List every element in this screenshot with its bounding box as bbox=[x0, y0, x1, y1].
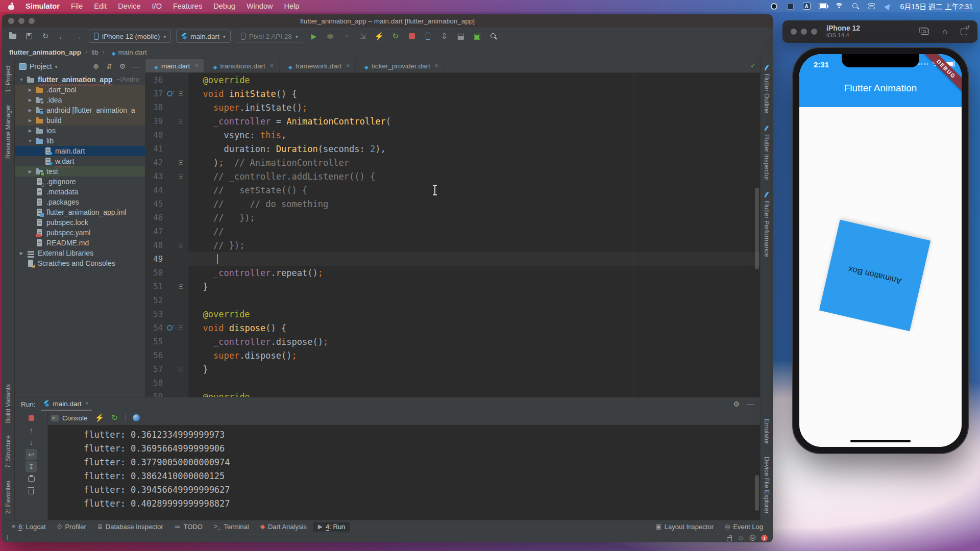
hide-panel-icon[interactable]: — bbox=[131, 62, 141, 70]
bottom-tab-terminal[interactable]: >_Terminal bbox=[209, 522, 254, 532]
control-center-icon[interactable] bbox=[868, 3, 876, 10]
hot-restart-icon[interactable]: ↻ bbox=[111, 413, 118, 422]
tool-stripe-flutter-outline[interactable]: Flutter Outline bbox=[763, 65, 770, 114]
menu-item-i-o[interactable]: I/O bbox=[146, 2, 167, 10]
close-window-button[interactable] bbox=[791, 29, 797, 35]
code-line-41[interactable]: 41 duration: Duration(seconds: 2), bbox=[145, 142, 760, 156]
code-line-55[interactable]: 55 _controller.dispose(); bbox=[145, 335, 760, 348]
menu-item-debug[interactable]: Debug bbox=[208, 2, 241, 10]
code-line-59[interactable]: 59 @override bbox=[145, 390, 760, 397]
tree-item--packages[interactable]: .packages bbox=[15, 197, 145, 207]
run-config-selector[interactable]: main.dart▾ bbox=[176, 30, 230, 43]
apple-menu-icon[interactable] bbox=[8, 3, 15, 10]
tool-stripe-1-project[interactable]: 1: Project bbox=[5, 65, 12, 92]
tool-stripe-build-variants[interactable]: Build Variants bbox=[5, 384, 12, 423]
tree-item-external-libraries[interactable]: ▶External Libraries bbox=[15, 248, 145, 258]
override-icon[interactable] bbox=[167, 325, 173, 331]
close-tab-icon[interactable]: × bbox=[194, 62, 198, 69]
tree-item--idea[interactable]: ▶.idea bbox=[15, 95, 145, 105]
tree-item-build[interactable]: ▶build bbox=[15, 115, 145, 126]
code-line-50[interactable]: 50 _controller.repeat(); bbox=[145, 266, 760, 280]
project-structure-icon[interactable]: ▤ bbox=[455, 31, 467, 42]
device-manager-icon[interactable] bbox=[423, 31, 434, 42]
debug-button[interactable] bbox=[325, 31, 336, 42]
hot-reload-button[interactable]: ⚡ bbox=[374, 31, 385, 42]
avd-selector[interactable]: Pixel 2 API 28▾ bbox=[236, 30, 303, 43]
bottom-tab-database-inspector[interactable]: ≣Database Inspector bbox=[93, 522, 168, 532]
bottom-tab-4-run[interactable]: ▶4: Run bbox=[313, 522, 350, 532]
tool-stripe-2-favorites[interactable]: 2: Favorites bbox=[5, 481, 12, 514]
clear-console-icon[interactable] bbox=[26, 486, 37, 497]
code-line-38[interactable]: 38 super.initState(); bbox=[145, 101, 760, 114]
tree-item-flutter-animation-app[interactable]: ▼flutter_animation_app~/Andro bbox=[15, 74, 145, 85]
menu-item-help[interactable]: Help bbox=[278, 2, 305, 10]
code-line-44[interactable]: 44 // setState(() { bbox=[145, 183, 760, 197]
tree-item-pubspec-lock[interactable]: pubspec.lock bbox=[15, 217, 145, 228]
menu-item-features[interactable]: Features bbox=[167, 2, 208, 10]
happy-face-icon[interactable]: ☺ bbox=[737, 535, 744, 541]
simulator-titlebar[interactable]: iPhone 12 iOS 14.4 ⌂ bbox=[782, 20, 977, 43]
minimize-window-button[interactable] bbox=[801, 29, 807, 35]
tool-stripe-emulator[interactable]: Emulator bbox=[763, 419, 770, 444]
panel-settings-icon[interactable]: ⚙ bbox=[117, 62, 128, 70]
close-window-button[interactable] bbox=[8, 18, 14, 24]
editor-tab-main-dart[interactable]: main.dart× bbox=[145, 59, 204, 72]
tree-item--gitignore[interactable]: .gitignore bbox=[15, 177, 145, 187]
close-tab-icon[interactable]: × bbox=[435, 62, 438, 69]
run-settings-icon[interactable]: ⚙ bbox=[733, 400, 740, 408]
code-line-54[interactable]: 54 void dispose() { bbox=[145, 321, 760, 335]
home-indicator[interactable] bbox=[850, 440, 911, 442]
scroll-to-end-icon[interactable]: ↧ bbox=[26, 461, 37, 472]
animated-box[interactable]: Animation Box bbox=[819, 220, 930, 331]
rotate-icon[interactable] bbox=[961, 29, 967, 35]
tool-stripe-device-file-explorer[interactable]: Device File Explorer bbox=[763, 457, 770, 514]
run-console[interactable]: flutter: 0.3612334999999973flutter: 0.36… bbox=[48, 425, 760, 520]
editor-tab-transitions-dart[interactable]: transitions.dart× bbox=[204, 59, 280, 72]
save-icon[interactable] bbox=[23, 31, 35, 42]
hot-restart-button[interactable]: ↻ bbox=[390, 31, 401, 42]
hot-reload-icon[interactable]: ⚡ bbox=[95, 413, 105, 422]
sad-face-icon[interactable]: ☹ bbox=[749, 535, 756, 541]
down-stack-icon[interactable]: ↓ bbox=[26, 437, 37, 448]
editor-tab-ticker_provider-dart[interactable]: ticker_provider.dart× bbox=[356, 59, 445, 72]
chevron-down-icon[interactable]: ▾ bbox=[55, 64, 58, 69]
stop-button[interactable] bbox=[406, 31, 418, 42]
code-line-43[interactable]: 43 // _controller.addListener(() { bbox=[145, 169, 760, 183]
breadcrumb-lib[interactable]: lib bbox=[91, 48, 99, 56]
run-tab[interactable]: main.dart × bbox=[41, 397, 92, 411]
menubar-clock[interactable]: 6月15日 週二 上午2:31 bbox=[900, 1, 973, 11]
resize-grip[interactable] bbox=[7, 535, 12, 540]
sync-icon[interactable]: ↻ bbox=[40, 31, 51, 42]
tree-item--dart-tool[interactable]: ▶.dart_tool bbox=[15, 85, 145, 95]
code-line-47[interactable]: 47 // bbox=[145, 224, 760, 238]
inspection-ok-icon[interactable]: ✓ bbox=[750, 62, 756, 69]
tool-stripe-flutter-performance[interactable]: Flutter Performance bbox=[763, 192, 770, 257]
menu-item-edit[interactable]: Edit bbox=[88, 2, 112, 10]
battery-icon[interactable] bbox=[819, 3, 827, 10]
breadcrumb-file[interactable]: main.dart bbox=[109, 48, 147, 56]
breadcrumb-root[interactable]: flutter_animation_app bbox=[9, 48, 81, 56]
tree-item-w-dart[interactable]: w.dart bbox=[15, 156, 145, 166]
tool-stripe-resource-manager[interactable]: Resource Manager bbox=[5, 105, 12, 159]
open-icon[interactable] bbox=[7, 31, 18, 42]
code-line-45[interactable]: 45 // // do something bbox=[145, 197, 760, 211]
profile-button[interactable]: ◔ bbox=[341, 31, 352, 42]
menu-item-device[interactable]: Device bbox=[112, 2, 146, 10]
tree-item-ios[interactable]: ▶ios bbox=[15, 126, 145, 136]
hide-run-panel-icon[interactable]: — bbox=[747, 400, 754, 408]
zoom-window-button[interactable] bbox=[29, 18, 35, 24]
console-tab[interactable]: > Console bbox=[51, 414, 88, 422]
menu-item-file[interactable]: File bbox=[65, 2, 88, 10]
tool-stripe-7-structure[interactable]: 7: Structure bbox=[5, 435, 12, 468]
tree-item-main-dart[interactable]: main.dart bbox=[15, 146, 145, 156]
code-line-36[interactable]: 36 @override bbox=[145, 73, 760, 87]
close-icon[interactable]: × bbox=[85, 400, 89, 407]
tree-item-test[interactable]: ▶test bbox=[15, 166, 145, 177]
back-icon[interactable]: ← bbox=[56, 31, 67, 42]
fold-marker-icon[interactable] bbox=[179, 284, 183, 289]
locate-file-icon[interactable]: ⊕ bbox=[91, 62, 101, 70]
tree-item-pubspec-yaml[interactable]: pubspec.yaml bbox=[15, 228, 145, 238]
code-line-52[interactable]: 52 bbox=[145, 293, 760, 307]
code-line-39[interactable]: 39 _controller = AnimationController( bbox=[145, 114, 760, 128]
code-editor[interactable]: 36 @override37 void initState() {38 supe… bbox=[145, 73, 760, 397]
